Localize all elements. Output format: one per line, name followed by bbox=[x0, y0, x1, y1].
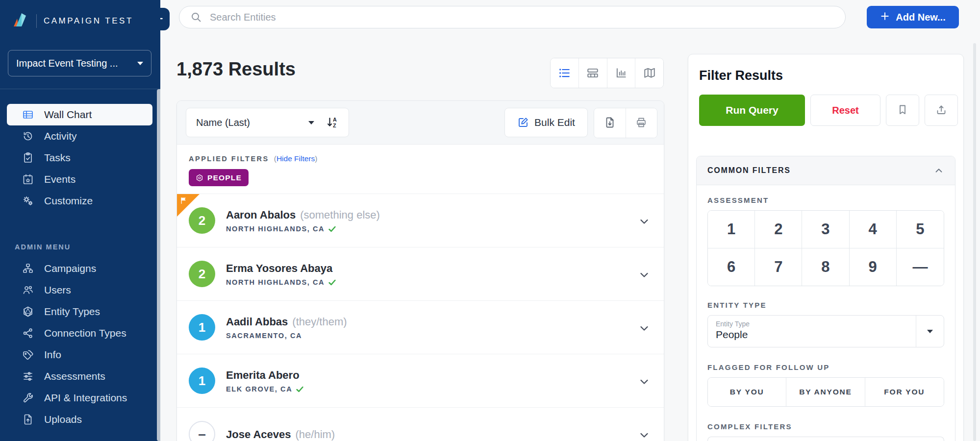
tags-icon bbox=[22, 349, 34, 361]
chip-label: PEOPLE bbox=[207, 173, 242, 182]
sidebar-item-uploads[interactable]: Uploads bbox=[7, 409, 152, 430]
assessment-button-—[interactable]: — bbox=[897, 248, 944, 286]
sidebar-item-users[interactable]: Users bbox=[7, 279, 152, 301]
entity-name: Aadil Abbas bbox=[226, 316, 288, 328]
add-new-label: Add New... bbox=[896, 12, 945, 23]
assessment-button-5[interactable]: 5 bbox=[897, 211, 944, 248]
expand-row-chevron-icon[interactable] bbox=[638, 269, 650, 281]
expand-row-chevron-icon[interactable] bbox=[638, 216, 650, 227]
edit-pencil-icon bbox=[517, 117, 529, 128]
sidebar-item-events[interactable]: Events bbox=[7, 169, 152, 190]
view-toggle-card-view[interactable] bbox=[579, 58, 607, 88]
sidebar-item-info[interactable]: Info bbox=[7, 344, 152, 366]
common-filters-body: ASSESSMENT 123456789— ENTITY TYPE Entity… bbox=[697, 185, 955, 441]
map-view-icon bbox=[643, 67, 656, 79]
flagged-option-by-anyone[interactable]: BY ANYONE bbox=[786, 378, 865, 406]
view-toggle-list-view[interactable] bbox=[551, 58, 579, 88]
sidebar-main-menu: Wall ChartActivityTasksEventsCustomize bbox=[0, 104, 160, 212]
view-toggle-map-view[interactable] bbox=[635, 58, 663, 88]
workspace-selector[interactable]: Impact Event Testing ... bbox=[8, 50, 151, 76]
applied-filters-label: APPLIED FILTERS bbox=[189, 155, 269, 163]
sidebar-item-activity[interactable]: Activity bbox=[7, 125, 152, 147]
search-icon bbox=[190, 11, 202, 23]
add-new-button[interactable]: Add New... bbox=[867, 6, 959, 28]
complex-filters-field[interactable] bbox=[707, 437, 944, 441]
chevron-up-icon bbox=[933, 165, 944, 176]
panel-scrollbar[interactable] bbox=[973, 43, 976, 441]
assessment-button-2[interactable]: 2 bbox=[755, 211, 802, 248]
entity-name: Emerita Abero bbox=[226, 369, 300, 381]
bulk-edit-label: Bulk Edit bbox=[534, 117, 575, 128]
expand-row-chevron-icon[interactable] bbox=[638, 429, 650, 441]
hide-filters-link[interactable]: Hide Filters bbox=[276, 154, 315, 163]
assessment-button-6[interactable]: 6 bbox=[708, 248, 755, 286]
sidebar-item-campaigns[interactable]: Campaigns bbox=[7, 258, 152, 279]
sidebar-item-assessments[interactable]: Assessments bbox=[7, 366, 152, 387]
run-query-button[interactable]: Run Query bbox=[699, 95, 805, 126]
export-group bbox=[594, 108, 657, 138]
expand-row-chevron-icon[interactable] bbox=[638, 376, 650, 388]
sidebar-item-customize[interactable]: Customize bbox=[7, 190, 152, 212]
assessment-button-4[interactable]: 4 bbox=[850, 211, 897, 248]
reset-filters-button[interactable]: Reset bbox=[810, 95, 880, 126]
assessment-label: ASSESSMENT bbox=[707, 196, 944, 204]
flagged-option-by-you[interactable]: BY YOU bbox=[708, 378, 786, 406]
assessment-grid: 123456789— bbox=[707, 210, 944, 286]
sort-field-select[interactable]: Name (Last) A Z bbox=[186, 108, 349, 137]
sidebar-item-api-integrations[interactable]: API & Integrations bbox=[7, 387, 152, 409]
assessment-button-8[interactable]: 8 bbox=[802, 248, 849, 286]
hide-filters-link-wrap: (Hide Filters) bbox=[274, 154, 318, 163]
sort-az-icon[interactable]: A Z bbox=[326, 116, 339, 129]
assessment-button-3[interactable]: 3 bbox=[802, 211, 849, 248]
assessment-button-9[interactable]: 9 bbox=[850, 248, 897, 286]
entity-location-text: NORTH HIGHLANDS, CA bbox=[226, 225, 325, 233]
brand-logo-icon bbox=[10, 10, 29, 32]
sidebar-item-wall-chart[interactable]: Wall Chart bbox=[7, 104, 152, 125]
chevron-down-icon bbox=[137, 62, 143, 65]
applied-filter-chip[interactable]: PEOPLE bbox=[189, 169, 249, 186]
sidebar-item-label: Connection Types bbox=[44, 327, 126, 339]
app-window: CAMPAIGN TEST Impact Event Testing ... W… bbox=[0, 0, 980, 441]
history-icon bbox=[22, 130, 34, 142]
entity-pronouns: (he/him) bbox=[296, 428, 335, 441]
sidebar-scrollbar[interactable] bbox=[157, 89, 160, 441]
entity-location-text: SACRAMENTO, CA bbox=[226, 332, 302, 340]
sort-toolbar: Name (Last) A Z bbox=[177, 101, 664, 145]
svg-text:A: A bbox=[333, 117, 337, 122]
list-item[interactable]: 1Emerita AberoELK GROVE, CA bbox=[177, 354, 664, 407]
check-icon bbox=[296, 386, 303, 392]
filter-actions: Run Query Reset bbox=[699, 95, 958, 126]
share-query-button[interactable] bbox=[925, 95, 958, 126]
save-bookmark-button[interactable] bbox=[886, 95, 919, 126]
entity-type-dropdown-cell[interactable] bbox=[916, 316, 944, 347]
main-area: Add New... 1,873 Results Name (Last) A Z bbox=[160, 0, 980, 441]
assessment-button-1[interactable]: 1 bbox=[708, 211, 755, 248]
entity-score-badge: 2 bbox=[189, 261, 215, 287]
search-input[interactable] bbox=[209, 11, 834, 24]
download-results-button[interactable] bbox=[594, 108, 626, 138]
sidebar-item-label: Users bbox=[44, 284, 71, 296]
file-upload-icon bbox=[22, 414, 34, 425]
sidebar-item-connection-types[interactable]: Connection Types bbox=[7, 322, 152, 344]
list-item[interactable]: –Jose Aceves(he/him) bbox=[177, 407, 664, 441]
list-item[interactable]: 2Erma Yosores AbayaNORTH HIGHLANDS, CA bbox=[177, 247, 664, 300]
bulk-edit-button[interactable]: Bulk Edit bbox=[504, 108, 588, 137]
assessment-button-7[interactable]: 7 bbox=[755, 248, 802, 286]
list-item[interactable]: 1Aadil Abbas(they/them)SACRAMENTO, CA bbox=[177, 300, 664, 354]
sidebar-item-tasks[interactable]: Tasks bbox=[7, 147, 152, 169]
file-download-icon bbox=[604, 117, 616, 130]
entity-type-select[interactable]: Entity Type People bbox=[707, 315, 944, 347]
polyhedron-icon bbox=[22, 306, 34, 318]
expand-row-chevron-icon[interactable] bbox=[638, 322, 650, 334]
flagged-option-for-you[interactable]: FOR YOU bbox=[865, 378, 944, 406]
print-results-button[interactable] bbox=[626, 108, 657, 138]
entity-location-text: NORTH HIGHLANDS, CA bbox=[226, 278, 325, 286]
common-filters-header[interactable]: COMMON FILTERS bbox=[697, 156, 955, 185]
sidebar-item-entity-types[interactable]: Entity Types bbox=[7, 301, 152, 322]
entity-name: Jose Aceves bbox=[226, 428, 291, 441]
common-filters-heading: COMMON FILTERS bbox=[707, 166, 791, 175]
list-item[interactable]: 2Aaron Abalos(something else)NORTH HIGHL… bbox=[177, 194, 664, 247]
check-icon bbox=[328, 226, 336, 232]
sidebar-item-label: Activity bbox=[44, 130, 77, 142]
view-toggle-chart-view[interactable] bbox=[607, 58, 636, 88]
